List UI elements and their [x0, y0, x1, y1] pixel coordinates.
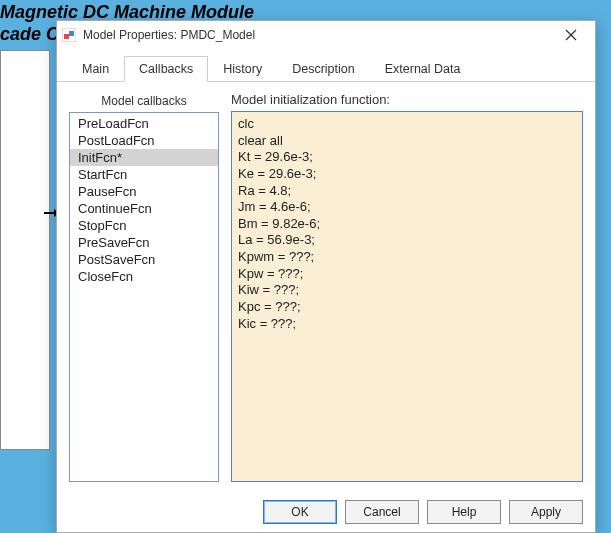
svg-rect-1	[64, 34, 69, 39]
callback-item[interactable]: InitFcn*	[70, 149, 218, 166]
tab-callbacks[interactable]: Callbacks	[124, 56, 208, 82]
callback-item[interactable]: PreLoadFcn	[70, 115, 218, 132]
editor-pane: Model initialization function: clc clear…	[231, 92, 583, 482]
help-button[interactable]: Help	[427, 500, 501, 524]
tab-description[interactable]: Description	[277, 56, 370, 82]
model-properties-dialog: Model Properties: PMDC_Model Main Callba…	[56, 20, 596, 533]
tab-history[interactable]: History	[208, 56, 277, 82]
callback-item[interactable]: StopFcn	[70, 217, 218, 234]
background-title-line2: cade C	[0, 24, 59, 45]
simulink-icon	[61, 27, 77, 43]
close-icon	[565, 29, 577, 41]
tab-external-data[interactable]: External Data	[370, 56, 476, 82]
tab-main[interactable]: Main	[67, 56, 124, 82]
ok-button[interactable]: OK	[263, 500, 337, 524]
callback-item[interactable]: CloseFcn	[70, 268, 218, 285]
editor-label: Model initialization function:	[231, 92, 583, 111]
cancel-button[interactable]: Cancel	[345, 500, 419, 524]
callback-item[interactable]: ContinueFcn	[70, 200, 218, 217]
callback-item[interactable]: StartFcn	[70, 166, 218, 183]
dialog-title: Model Properties: PMDC_Model	[83, 28, 551, 42]
block-input-arrow	[44, 212, 56, 214]
tab-strip: Main Callbacks History Description Exter…	[57, 49, 595, 82]
dialog-titlebar: Model Properties: PMDC_Model	[57, 21, 595, 49]
background-simulink-block	[0, 50, 50, 450]
callbacks-header: Model callbacks	[69, 92, 219, 112]
dialog-content: Model callbacks PreLoadFcnPostLoadFcnIni…	[57, 82, 595, 492]
close-button[interactable]	[551, 21, 591, 49]
initfcn-editor[interactable]: clc clear all Kt = 29.6e-3; Ke = 29.6e-3…	[231, 111, 583, 482]
callback-item[interactable]: PauseFcn	[70, 183, 218, 200]
callback-list[interactable]: PreLoadFcnPostLoadFcnInitFcn*StartFcnPau…	[69, 112, 219, 482]
callbacks-pane: Model callbacks PreLoadFcnPostLoadFcnIni…	[69, 92, 219, 482]
callback-item[interactable]: PreSaveFcn	[70, 234, 218, 251]
dialog-button-row: OK Cancel Help Apply	[57, 492, 595, 532]
apply-button[interactable]: Apply	[509, 500, 583, 524]
callback-item[interactable]: PostSaveFcn	[70, 251, 218, 268]
callback-item[interactable]: PostLoadFcn	[70, 132, 218, 149]
svg-rect-2	[69, 31, 74, 36]
